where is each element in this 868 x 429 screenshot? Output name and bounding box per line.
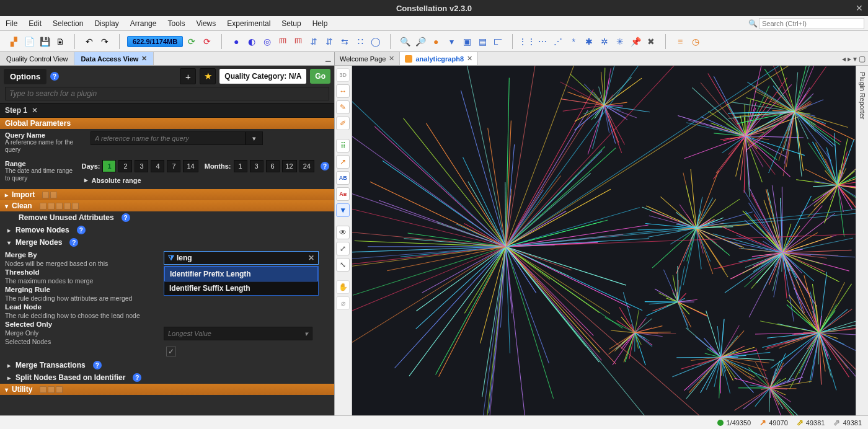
global-search-input[interactable]: [759, 18, 864, 29]
gtb-draw-icon[interactable]: ✎: [336, 100, 350, 114]
section-clean[interactable]: ▾ Clean: [0, 200, 334, 211]
section-utility[interactable]: ▾ Utility: [0, 384, 334, 395]
section-import[interactable]: ▸ Import: [0, 189, 334, 200]
tb-net-3-icon[interactable]: ✲: [598, 35, 611, 48]
plugin-search-input[interactable]: [5, 87, 329, 100]
step-tab[interactable]: Step 1 ✕: [0, 103, 334, 118]
tb-zoom-in-icon[interactable]: 🔍: [398, 35, 412, 48]
close-icon[interactable]: ✕: [389, 55, 394, 63]
tb-save-icon[interactable]: 💾: [38, 35, 51, 48]
da-options-button[interactable]: Options: [4, 69, 46, 84]
tb-open-icon[interactable]: 📄: [22, 35, 36, 48]
tab-nav-next-icon[interactable]: ▸: [848, 55, 851, 63]
gtb-label-ab-icon[interactable]: AB: [336, 171, 350, 185]
tb-net-1-icon[interactable]: *: [567, 35, 580, 48]
help-icon[interactable]: ?: [133, 373, 141, 382]
clean-merge-transactions[interactable]: ▸ Merge Transactions ?: [0, 359, 334, 371]
tab-welcome[interactable]: Welcome Page ✕: [335, 52, 400, 65]
maximize-icon[interactable]: ▢: [859, 55, 866, 63]
tb-unpin-icon[interactable]: ✖: [644, 35, 658, 48]
menu-tools[interactable]: Tools: [162, 17, 190, 30]
range-month-24[interactable]: 24: [299, 160, 314, 172]
help-icon[interactable]: ?: [93, 361, 102, 369]
range-month-3[interactable]: 3: [250, 160, 264, 172]
tb-grid-2-icon[interactable]: ⋯: [536, 35, 549, 48]
gtb-filter-icon[interactable]: ▼: [336, 203, 350, 217]
query-name-input[interactable]: [91, 131, 246, 145]
merge-by-filter-input[interactable]: ⧩ leng ✕: [164, 251, 319, 265]
tb-grid-3-icon[interactable]: ⋰: [551, 35, 565, 48]
help-icon[interactable]: ?: [77, 226, 86, 234]
gtb-link-icon[interactable]: ↔: [336, 84, 350, 98]
tb-undo-icon[interactable]: ↶: [82, 35, 96, 48]
tb-net-4-icon[interactable]: ✳: [613, 35, 627, 48]
tb-save-all-icon[interactable]: 🗎: [53, 35, 67, 48]
tb-redo-icon[interactable]: ↷: [98, 35, 112, 48]
tab-nav-prev-icon[interactable]: ◂: [842, 55, 846, 63]
lead-node-select[interactable]: Longest Value ▾: [164, 327, 312, 340]
clear-filter-icon[interactable]: ✕: [308, 254, 314, 262]
tb-hier-1-icon[interactable]: ⇵: [307, 35, 321, 48]
tb-pin-icon[interactable]: 📌: [629, 35, 642, 48]
panel-minimize-icon[interactable]: ▁: [322, 52, 334, 65]
tab-quality-control[interactable]: Quality Control View: [0, 52, 74, 65]
section-global-parameters[interactable]: Global Parameters: [0, 118, 334, 129]
range-month-6[interactable]: 6: [266, 160, 280, 172]
tb-gc-red-icon[interactable]: ⟳: [200, 35, 214, 48]
menu-setup[interactable]: Setup: [276, 17, 306, 30]
tb-tree-1-icon[interactable]: ⺵: [276, 35, 290, 48]
range-day-1[interactable]: 1: [102, 160, 116, 172]
range-month-12[interactable]: 12: [282, 160, 297, 172]
go-button[interactable]: Go: [310, 69, 330, 84]
graph-canvas[interactable]: [352, 66, 856, 415]
merge-option-suffix[interactable]: Identifier Suffix Length: [164, 281, 318, 295]
menu-help[interactable]: Help: [307, 17, 334, 30]
tb-misc-2-icon[interactable]: ▤: [476, 35, 489, 48]
menu-views[interactable]: Views: [190, 17, 221, 30]
tb-misc-1-icon[interactable]: ▣: [460, 35, 474, 48]
close-icon[interactable]: ✕: [141, 55, 147, 63]
clean-remove-nodes[interactable]: ▸ Remove Nodes ?: [0, 224, 334, 236]
range-day-3[interactable]: 3: [135, 160, 148, 172]
memory-indicator[interactable]: 622.9/1174MB: [127, 36, 183, 47]
gtb-nodes-icon[interactable]: ⠿: [336, 139, 350, 153]
tb-grid-1-icon[interactable]: ⋮⋮: [520, 35, 534, 48]
tb-layout-3-icon[interactable]: ◎: [260, 35, 274, 48]
menu-display[interactable]: Display: [89, 17, 124, 30]
close-icon[interactable]: ✕: [30, 106, 38, 115]
help-icon[interactable]: ?: [50, 72, 59, 81]
tb-tree-2-icon[interactable]: ⺵: [291, 35, 305, 48]
gtb-visibility-icon[interactable]: 👁: [336, 226, 350, 239]
plugin-reporter-tab[interactable]: Plugin Reporter: [859, 66, 866, 119]
menu-arrange[interactable]: Arrange: [125, 17, 162, 30]
search-icon[interactable]: 🔍: [748, 19, 758, 29]
menu-edit[interactable]: Edit: [23, 17, 47, 30]
range-month-1[interactable]: 1: [234, 160, 247, 172]
tb-hier-2-icon[interactable]: ⇵: [322, 35, 336, 48]
tb-clock-icon[interactable]: ◷: [689, 35, 702, 48]
gtb-arrow-icon[interactable]: ↗: [336, 155, 350, 169]
range-day-7[interactable]: 7: [167, 160, 180, 172]
clean-remove-unused[interactable]: Remove Unused Attributes ?: [0, 211, 334, 224]
tab-analyticgraph8[interactable]: analyticgraph8 ✕: [400, 52, 478, 65]
tab-data-access[interactable]: Data Access View ✕: [74, 52, 154, 65]
merge-option-prefix[interactable]: Identifier Prefix Length: [164, 267, 318, 281]
gtb-draw2-icon[interactable]: ✐: [336, 117, 350, 130]
menu-experimental[interactable]: Experimental: [221, 17, 276, 30]
gtb-3d-icon[interactable]: 3D: [336, 68, 350, 82]
tb-zoom-out-icon[interactable]: 🔎: [414, 35, 427, 48]
range-day-4[interactable]: 4: [151, 160, 164, 172]
menu-selection[interactable]: Selection: [47, 17, 89, 30]
tb-circle-icon[interactable]: ◯: [369, 35, 383, 48]
gtb-contract-icon[interactable]: ⤡: [336, 258, 350, 272]
favorite-step-button[interactable]: ★: [200, 68, 216, 84]
query-name-dropdown-icon[interactable]: ▾: [246, 131, 263, 145]
gtb-hand-icon[interactable]: ✋: [336, 280, 350, 294]
range-day-2[interactable]: 2: [118, 160, 132, 172]
tb-gc-green-icon[interactable]: ⟳: [185, 35, 198, 48]
close-icon[interactable]: ✕: [467, 55, 472, 63]
add-step-button[interactable]: +: [180, 68, 196, 84]
range-day-14[interactable]: 14: [183, 160, 198, 172]
help-icon[interactable]: ?: [69, 238, 78, 247]
tb-sort-icon[interactable]: ≡: [673, 35, 687, 48]
